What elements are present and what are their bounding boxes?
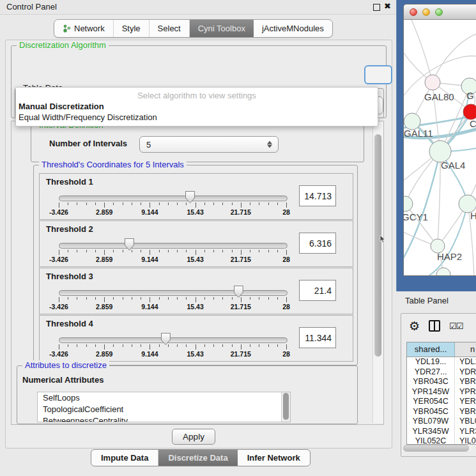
settings-scrollbar-thumb[interactable] — [374, 134, 381, 357]
zoom-window-icon[interactable] — [435, 8, 443, 16]
column-header-name[interactable]: n — [455, 342, 476, 357]
cell-name: YDR2 — [455, 367, 476, 378]
slider-track[interactable] — [59, 196, 288, 201]
cell-name: YBR0 — [455, 407, 476, 417]
table-row[interactable]: YER054CYER0 — [407, 397, 476, 407]
tab-network[interactable]: Network — [54, 20, 114, 37]
tab-select[interactable]: Select — [150, 20, 190, 37]
close-icon[interactable]: ✖ — [384, 1, 391, 11]
algorithm-hint-option[interactable]: Select algorithm to view settings — [16, 91, 378, 100]
tab-jactivemnodules[interactable]: jActiveMNodules — [254, 20, 332, 37]
network-icon — [63, 24, 71, 33]
network-node-gcy1[interactable] — [404, 196, 413, 211]
checkbox-icons[interactable]: ☑☑ — [449, 321, 463, 331]
cell-shared-name: YDR27... — [407, 367, 455, 378]
table-row[interactable]: YPR145WYPR1 — [407, 387, 476, 397]
cell-shared-name: YBL079W — [407, 417, 455, 427]
slider-thumb[interactable] — [234, 286, 243, 298]
slider-ticks — [59, 297, 286, 303]
slider-track[interactable] — [59, 337, 288, 343]
column-header-shared-name[interactable]: shared... — [407, 342, 455, 357]
tab-style[interactable]: Style — [114, 20, 150, 37]
gear-icon[interactable]: ⚙ — [409, 320, 420, 332]
tab-discretize-data[interactable]: Discretize Data — [158, 450, 237, 466]
network-canvas[interactable]: GAL80GCGAL11GAL4GCY1HHAP2 — [404, 20, 476, 275]
table-row[interactable]: YDL19...YDL1 — [407, 357, 476, 367]
threshold-value-field[interactable]: 6.316 — [299, 233, 336, 254]
network-edge[interactable] — [405, 204, 438, 246]
network-node-c[interactable] — [463, 104, 476, 119]
apply-button[interactable]: Apply — [172, 429, 215, 445]
network-edge[interactable] — [433, 33, 476, 82]
slider-track[interactable] — [59, 290, 288, 296]
threshold-value-field[interactable]: 21.4 — [299, 280, 336, 301]
attributes-list-scrollbar[interactable] — [281, 392, 290, 422]
cell-shared-name: YBR043C — [407, 377, 455, 387]
numerical-attributes-label: Numerical Attributes — [22, 375, 104, 385]
table-row[interactable]: YBR045CYBR0 — [407, 407, 476, 417]
tab-label: Cyni Toolbox — [198, 20, 245, 37]
cell-shared-name: YPR145W — [407, 387, 455, 397]
bottom-tab-bar: Impute DataDiscretize DataInfer Network — [91, 449, 311, 466]
table-horizontal-scrollbar[interactable] — [403, 445, 472, 452]
close-window-icon[interactable] — [410, 8, 417, 16]
attribute-list-item[interactable]: TopologicalCoefficient — [38, 404, 290, 415]
node-label: G — [466, 90, 474, 101]
attribute-list-item[interactable]: BetweennessCentrality — [38, 415, 290, 422]
numerical-attributes-list[interactable]: SelfLoopsTopologicalCoefficientBetweenne… — [37, 392, 291, 422]
slider-ticks — [59, 344, 286, 350]
app-root: Control Panel ✖ NetworkStyleSelectCyni T… — [0, 0, 476, 476]
interval-definition-group: Interval Definition Number of Intervals … — [31, 125, 364, 162]
slider-ticks — [59, 250, 286, 256]
number-of-intervals-combobox[interactable]: 5 — [139, 136, 279, 153]
settings-scrollbar[interactable] — [372, 121, 383, 423]
slider-scale-labels: -3.4262.8599.14415.4321.71528 — [59, 303, 286, 311]
table-hscrollbar-thumb[interactable] — [403, 445, 469, 452]
slider-track[interactable] — [59, 243, 288, 249]
cell-name: YDL1 — [455, 357, 476, 367]
network-window: GAL80GCGAL11GAL4GCY1HHAP2 — [403, 4, 476, 276]
panel-title: Control Panel — [6, 2, 57, 12]
network-node-gal4[interactable] — [429, 141, 451, 162]
network-node-gal80[interactable] — [425, 75, 440, 90]
table-row[interactable]: YIL052CYIL0 — [407, 436, 476, 445]
algorithm-combobox[interactable] — [364, 65, 392, 84]
node-label: GAL80 — [424, 91, 454, 102]
tab-impute-data[interactable]: Impute Data — [91, 450, 158, 466]
node-label: HAP2 — [437, 251, 462, 262]
slider-thumb[interactable] — [125, 238, 134, 250]
table-header-row: shared...n — [407, 342, 476, 357]
slider-thumb[interactable] — [185, 191, 195, 203]
attribute-list-item[interactable]: SelfLoops — [38, 392, 290, 404]
threshold-value-field[interactable]: 14.713 — [299, 185, 336, 206]
minimize-window-icon[interactable] — [422, 8, 430, 16]
split-columns-icon[interactable] — [429, 320, 440, 332]
tab-cyni-toolbox[interactable]: Cyni Toolbox — [190, 20, 254, 37]
node-attribute-table[interactable]: shared...nYDL19...YDL1YDR27...YDR2YBR043… — [406, 342, 476, 445]
network-node[interactable] — [436, 268, 450, 275]
table-row[interactable]: YLR345WYLR3 — [407, 427, 476, 437]
slider-thumb[interactable] — [161, 333, 171, 345]
algorithm-option-manual[interactable]: Manual Discretization — [19, 102, 104, 111]
cell-shared-name: YDL19... — [407, 357, 455, 367]
network-window-titlebar — [404, 4, 476, 20]
table-row[interactable]: YDR27...YDR2 — [407, 367, 476, 378]
table-row[interactable]: YBR043CYBR0 — [407, 377, 476, 387]
network-edge[interactable] — [438, 151, 440, 246]
tab-infer-network[interactable]: Infer Network — [238, 450, 310, 466]
threshold-value-field[interactable]: 11.344 — [299, 327, 336, 348]
table-panel-toolbar: ⚙ ☑☑ — [401, 314, 476, 338]
algorithm-option-equal-width[interactable]: Equal Width/Frequency Discretization — [19, 112, 157, 122]
mouse-cursor-icon — [380, 235, 385, 245]
float-window-icon[interactable] — [373, 4, 380, 11]
cell-name: YPR1 — [455, 387, 476, 397]
cell-shared-name: YBR045C — [407, 407, 455, 417]
node-label: GAL4 — [441, 160, 465, 171]
node-label: GCY1 — [404, 211, 428, 222]
node-label: H — [470, 210, 476, 221]
attributes-scrollbar-thumb[interactable] — [283, 393, 289, 420]
cyni-toolbox-panel: Discretization Algorithm Select algorith… — [5, 40, 392, 449]
threshold-label: Threshold 2 — [46, 224, 93, 234]
table-row[interactable]: YBL079WYBL0 — [407, 417, 476, 427]
threshold-label: Threshold 4 — [46, 319, 93, 328]
